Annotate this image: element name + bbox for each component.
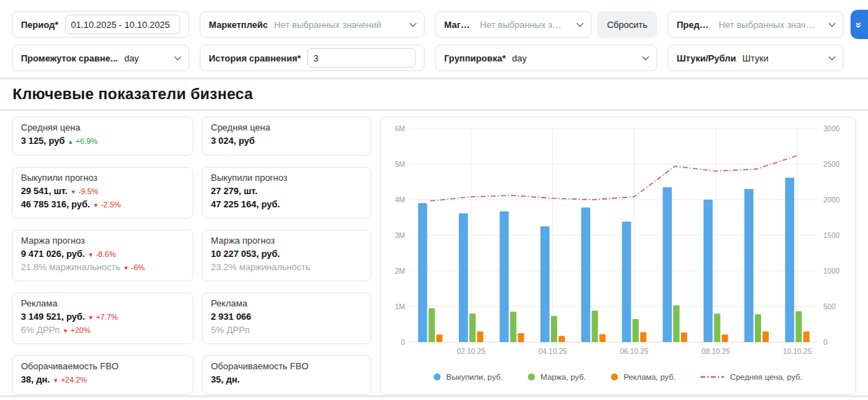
y-axis-label-left: 4M <box>395 195 405 204</box>
kpi-card-previous-1: Средняя цена3 024, руб <box>202 117 372 156</box>
kpi-delta: ▼ -2.5% <box>93 200 121 209</box>
kpi-card-current-2: Выкупили прогноз29 541, шт.▼ -9.5%46 785… <box>12 167 193 218</box>
filter-units-select[interactable]: Штуки/Рубли Штуки <box>668 45 844 71</box>
kpi-card-title: Выкупили прогноз <box>211 172 362 183</box>
kpi-card-previous-2: Выкупили прогноз27 279, шт.47 225 164, р… <box>202 167 372 218</box>
arrow-down-icon: ▼ <box>52 377 58 384</box>
x-axis-label: 10.10.25 <box>783 347 811 355</box>
arrow-down-icon: ▼ <box>71 188 76 195</box>
y-axis-label-left: 6M <box>395 124 405 133</box>
arrow-down-icon: ▼ <box>88 314 94 321</box>
bar-series-1 <box>744 189 753 342</box>
bar-series-2 <box>633 319 639 342</box>
chevron-down-icon <box>175 53 182 60</box>
filter-compare-history-label: История сравнения* <box>209 53 301 64</box>
kpi-value: 29 541, шт. <box>21 186 68 196</box>
y-axis-label-right: 500 <box>823 302 836 311</box>
legend-item-2[interactable]: Маржа, руб. <box>528 373 586 381</box>
chevron-down-icon <box>642 53 649 60</box>
kpi-card-title: Реклама <box>21 298 184 309</box>
filter-compare-interval-select[interactable]: Промежуток сравне... day <box>12 45 189 71</box>
kpi-card-title: Выкупили прогноз <box>21 172 184 183</box>
bar-series-1 <box>704 200 713 342</box>
filters-panel: Период* Маркетплейс Нет выбранных значен… <box>0 0 868 77</box>
filter-row-1: Период* Маркетплейс Нет выбранных значен… <box>0 11 868 38</box>
arrow-down-icon: ▼ <box>93 202 98 209</box>
legend-dashline-icon <box>700 376 724 378</box>
kpi-line: 23.2% маржинальность <box>211 261 362 274</box>
bar-series-3 <box>803 332 809 342</box>
filter-store-select[interactable]: Магазин Нет выбранных значений <box>435 11 591 38</box>
legend-item-4[interactable]: Средняя цена, руб. <box>700 373 802 381</box>
kpi-line: 3 149 521, руб.▼ +7.7% <box>21 311 184 324</box>
kpi-line: 3 024, руб <box>211 135 362 148</box>
bar-series-2 <box>673 306 679 343</box>
kpi-card-current-4: Реклама3 149 521, руб.▼ +7.7%6% ДРРп▼ +2… <box>12 292 193 344</box>
filter-grouping-select[interactable]: Группировка* day <box>435 45 657 71</box>
filter-compare-interval-label: Промежуток сравне... <box>21 53 118 64</box>
expand-filters-button[interactable]: » <box>851 10 868 39</box>
kpi-line: 38, дн.▼ +24.2% <box>21 373 184 387</box>
kpi-line: 9 471 026, руб.▼ -8.6% <box>21 248 184 261</box>
filter-marketplace-label: Маркетплейс <box>209 20 267 30</box>
kpi-card-title: Маржа прогноз <box>21 235 184 246</box>
legend-label: Средняя цена, руб. <box>730 373 802 381</box>
bar-series-3 <box>518 333 524 342</box>
filter-subject-value: Нет выбранных значений <box>719 20 817 30</box>
kpi-value: 47 225 164, руб. <box>211 199 280 209</box>
filter-store-group: Магазин Нет выбранных значений Сбросить <box>435 11 657 38</box>
period-input[interactable] <box>65 15 180 34</box>
kpi-and-chart-grid: 001M5002M10003M15004M20005M25006M300002.… <box>12 117 856 394</box>
kpi-delta: ▼ -6% <box>123 263 145 272</box>
x-axis-label: 06.10.25 <box>620 347 649 355</box>
x-axis-label: 08.10.25 <box>702 347 730 355</box>
legend-dot-icon <box>528 373 535 380</box>
legend-item-1[interactable]: Выкупили, руб. <box>434 373 503 381</box>
kpi-delta: ▼ -8.6% <box>88 250 116 258</box>
y-axis-label-left: 1M <box>395 302 405 311</box>
double-chevron-down-icon: » <box>854 22 865 27</box>
kpi-delta: ▲ +6.9% <box>68 137 98 145</box>
filter-units-value: Штуки <box>742 53 768 64</box>
filter-grouping-label: Группировка* <box>444 53 506 64</box>
filter-marketplace-select[interactable]: Маркетплейс Нет выбранных значений <box>200 11 425 38</box>
kpi-value: 6% ДРРп <box>21 325 60 335</box>
legend-label: Реклама, руб. <box>624 373 675 381</box>
y-axis-label-right: 0 <box>823 338 827 346</box>
bar-series-1 <box>622 222 631 342</box>
kpi-card-current-1: Средняя цена3 125, руб▲ +6.9% <box>12 117 193 156</box>
compare-history-input[interactable] <box>307 48 415 68</box>
kpi-line: 35, дн. <box>211 373 362 387</box>
bar-series-3 <box>599 334 605 342</box>
kpi-line: 27 279, шт. <box>211 185 362 198</box>
kpi-value: 9 471 026, руб. <box>21 249 85 259</box>
filter-period-label: Период* <box>21 20 59 30</box>
kpi-line: 46 785 316, руб.▼ -2.5% <box>21 198 184 212</box>
bar-series-1 <box>418 203 427 342</box>
bar-series-3 <box>477 332 483 342</box>
kpi-line: 29 541, шт.▼ -9.5% <box>21 185 184 198</box>
kpi-delta: ▼ +20% <box>63 326 91 334</box>
filter-subject-label: Предмет <box>677 20 712 30</box>
y-axis-label-right: 1500 <box>823 231 840 239</box>
kpi-card-previous-3: Маржа прогноз10 227 053, руб.23.2% маржи… <box>202 230 372 281</box>
bar-series-1 <box>500 212 509 342</box>
legend-item-3[interactable]: Реклама, руб. <box>611 373 675 381</box>
y-axis-label-left: 0 <box>401 338 405 346</box>
chevron-down-icon <box>577 20 584 27</box>
y-axis-label-left: 2M <box>395 267 405 275</box>
legend-dot-icon <box>434 373 441 380</box>
bar-series-2 <box>755 314 761 342</box>
filter-subject-select[interactable]: Предмет Нет выбранных значений <box>668 11 844 38</box>
kpi-card-previous-4: Реклама2 931 0665% ДРРп <box>202 292 372 344</box>
y-axis-label-right: 2500 <box>823 160 840 168</box>
legend-label: Выкупили, руб. <box>446 373 503 381</box>
chevron-down-icon <box>829 20 836 27</box>
bar-series-2 <box>795 311 802 342</box>
bar-series-1 <box>785 177 794 342</box>
kpi-value: 5% ДРРп <box>211 325 250 335</box>
reset-button[interactable]: Сбросить <box>597 11 657 38</box>
filter-period: Период* <box>12 11 189 38</box>
page-title: Ключевые показатели бизнеса <box>13 85 253 103</box>
bar-series-2 <box>510 312 517 342</box>
